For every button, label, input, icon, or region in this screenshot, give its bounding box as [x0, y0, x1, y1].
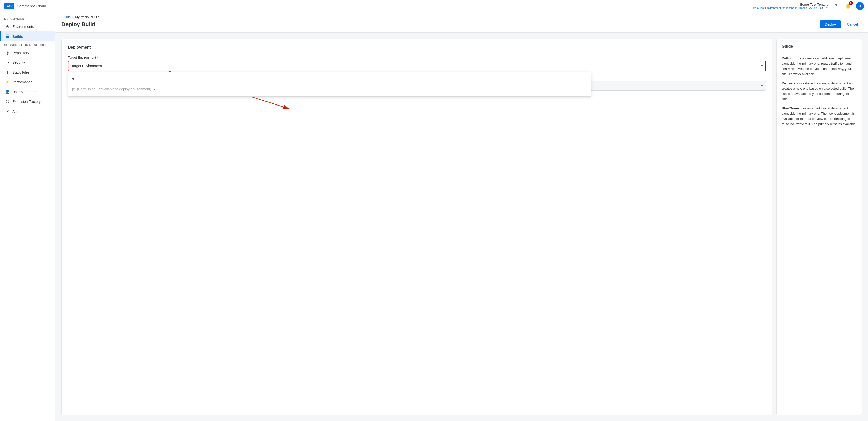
extension-factory-icon: ⬡ — [5, 99, 10, 104]
deployment-section-title: Deployment — [0, 15, 55, 22]
breadcrumb-current: MyPreciousBuild — [75, 15, 99, 19]
environments-icon: ⊙ — [5, 24, 10, 29]
tenant-name: Some Test Tenant — [753, 2, 828, 6]
p1-label: p1 (Permission unavailable to deploy env… — [72, 87, 151, 91]
notifications-button[interactable]: 🔔 5 — [844, 2, 852, 10]
recreate-section: Recreate shuts down the running deployme… — [782, 81, 857, 102]
target-env-label: Target Environment* — [68, 56, 766, 59]
app-layout: Deployment ⊙ Environments ☰ Builds Subsc… — [0, 12, 868, 421]
sidebar-item-security[interactable]: 🛡 Security — [0, 58, 55, 67]
sidebar-item-label: Static Files — [12, 70, 29, 74]
sidebar-item-builds[interactable]: ☰ Builds — [0, 31, 55, 41]
target-environment-group: Target Environment* ▾ s1 p1 (Permission … — [68, 56, 766, 71]
page-header: Builds / MyPreciousBuild Deploy Build De… — [55, 12, 868, 33]
rolling-update-section: Rolling update creates an additional dep… — [782, 56, 857, 77]
performance-icon: ⚡ — [5, 79, 10, 84]
sidebar: Deployment ⊙ Environments ☰ Builds Subsc… — [0, 12, 55, 421]
sidebar-item-static-files[interactable]: ◫ Static Files — [0, 67, 55, 77]
sidebar-item-performance[interactable]: ⚡ Performance — [0, 77, 55, 87]
required-star: * — [97, 56, 98, 59]
guide-card: Guide Rolling update creates an addition… — [776, 39, 862, 415]
target-env-dropdown-popup: s1 p1 (Permission unavailable to deploy … — [68, 71, 591, 97]
logo-area: SAP Commerce Cloud — [4, 3, 46, 8]
sidebar-item-label: Environments — [12, 25, 34, 29]
sidebar-item-label: Performance — [12, 80, 32, 84]
subscription-section-title: Subscription Resources — [0, 41, 55, 48]
sidebar-item-extension-factory[interactable]: ⬡ Extension Factory — [0, 97, 55, 106]
header-right: Some Test Tenant It's a Test Environment… — [753, 2, 864, 10]
blue-green-heading: Blue/Green — [782, 106, 799, 110]
sap-logo: SAP — [4, 3, 14, 8]
user-management-icon: 👤 — [5, 89, 10, 94]
guide-title: Guide — [782, 44, 857, 52]
repository-icon: ◎ — [5, 51, 10, 55]
breadcrumb-separator: / — [72, 15, 73, 19]
sidebar-item-label: Audit — [12, 109, 21, 114]
page-title-row: Deploy Build Deploy Cancel — [61, 21, 862, 28]
help-button[interactable]: ? — [832, 2, 840, 10]
tenant-env: It's a Test Environment for Testing Purp… — [753, 6, 828, 9]
blue-green-section: Blue/Green creates an additional deploym… — [782, 106, 857, 127]
deployment-form-card: Deployment Target Environment* ▾ s1 p1 (… — [61, 39, 772, 415]
target-env-input[interactable] — [68, 61, 766, 71]
tenant-selector[interactable]: Some Test Tenant It's a Test Environment… — [753, 2, 828, 9]
dropdown-option-s1[interactable]: s1 — [68, 74, 591, 84]
page-actions: Deploy Cancel — [820, 21, 862, 28]
app-name: Commerce Cloud — [17, 4, 46, 8]
tenant-chevron-icon: ▾ — [826, 6, 828, 9]
help-icon: ? — [835, 3, 837, 8]
app-header: SAP Commerce Cloud Some Test Tenant It's… — [0, 0, 868, 12]
user-avatar[interactable]: U — [856, 2, 864, 10]
sidebar-item-repository[interactable]: ◎ Repository — [0, 48, 55, 58]
static-files-icon: ◫ — [5, 70, 10, 74]
breadcrumb: Builds / MyPreciousBuild — [61, 15, 862, 19]
sidebar-item-label: Extension Factory — [12, 100, 40, 104]
breadcrumb-parent-link[interactable]: Builds — [61, 15, 70, 19]
dropdown-option-p1: p1 (Permission unavailable to deploy env… — [68, 84, 591, 94]
arrow-pointer-icon: ← — [153, 87, 157, 91]
form-section-title: Deployment — [68, 45, 766, 50]
sidebar-item-user-management[interactable]: 👤 User Management — [0, 87, 55, 97]
sidebar-item-label: Repository — [12, 51, 29, 55]
sidebar-item-audit[interactable]: ✓ Audit — [0, 106, 55, 116]
cancel-button[interactable]: Cancel — [843, 21, 862, 28]
rolling-update-heading: Rolling update — [782, 56, 804, 60]
security-icon: 🛡 — [5, 60, 10, 65]
audit-icon: ✓ — [5, 109, 10, 114]
sidebar-item-label: Security — [12, 60, 25, 64]
target-env-dropdown-wrapper: ▾ s1 p1 (Permission unavailable to deplo… — [68, 61, 766, 71]
sidebar-item-label: User Management — [12, 90, 41, 94]
builds-icon: ☰ — [5, 34, 10, 39]
main-content: Builds / MyPreciousBuild Deploy Build De… — [55, 12, 868, 421]
sidebar-item-label: Builds — [12, 34, 23, 38]
notification-count: 5 — [849, 1, 853, 5]
sidebar-item-environments[interactable]: ⊙ Environments — [0, 22, 55, 31]
recreate-heading: Recreate — [782, 81, 796, 85]
content-area: Deployment Target Environment* ▾ s1 p1 (… — [55, 33, 868, 421]
page-title: Deploy Build — [61, 21, 95, 28]
deploy-button[interactable]: Deploy — [820, 21, 841, 28]
